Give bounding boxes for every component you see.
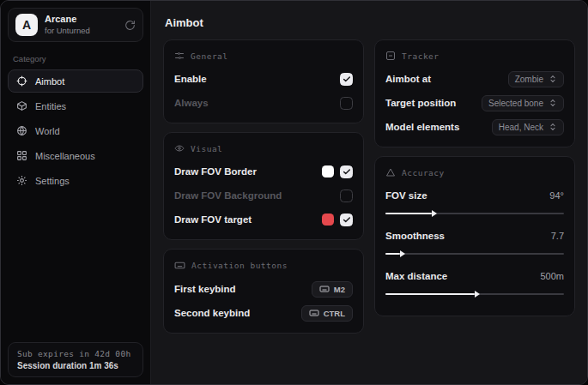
model-elements-dropdown[interactable]: Head, Neck xyxy=(492,119,564,135)
dropdown-value: Zombie xyxy=(515,75,543,84)
sidebar: A Arcane for Unturned Category Aimbot En… xyxy=(1,1,151,384)
triangle-icon xyxy=(385,167,396,177)
dropdown-value: Head, Neck xyxy=(499,123,543,132)
keyboard-icon xyxy=(309,308,319,318)
app-logo: A xyxy=(15,14,38,36)
setting-row-max-distance: Max distance 500m xyxy=(385,267,564,298)
section-title: Visual xyxy=(191,144,222,153)
setting-row-always: Always xyxy=(174,93,353,112)
section-title: General xyxy=(191,51,228,61)
setting-label: Max distance xyxy=(385,271,447,281)
setting-label: FOV size xyxy=(385,190,427,201)
arcane-window: A Arcane for Unturned Category Aimbot En… xyxy=(0,0,588,385)
setting-label: Second keybind xyxy=(174,308,250,318)
fov-size-value: 94° xyxy=(549,190,564,201)
fov-border-checkbox[interactable] xyxy=(340,165,353,178)
setting-row-fov-border: Draw FOV Border xyxy=(174,162,353,181)
setting-row-target-position: Target position Selected bone xyxy=(385,93,564,112)
keybind-value: M2 xyxy=(334,285,345,294)
sidebar-item-entities[interactable]: Entities xyxy=(8,94,143,117)
enable-checkbox[interactable] xyxy=(340,73,353,86)
tracker-card: Tracker Aimbot at Zombie Target position… xyxy=(374,39,575,147)
page-title: Aimbot xyxy=(165,16,575,29)
general-card: General Enable Always xyxy=(163,39,364,123)
max-distance-value: 500m xyxy=(540,271,564,281)
setting-row-smoothness: Smoothness 7.7 xyxy=(385,226,564,258)
setting-row-fov-size: FOV size 94° xyxy=(385,186,564,218)
sidebar-item-label: Entities xyxy=(35,101,66,111)
setting-label: Enable xyxy=(174,74,207,84)
right-column: Tracker Aimbot at Zombie Target position… xyxy=(374,39,575,316)
sub-expires-text: Sub expires in 42d 00h xyxy=(17,349,134,358)
chevrons-up-down-icon xyxy=(549,123,557,131)
setting-label: Target position xyxy=(385,98,456,108)
max-distance-slider[interactable] xyxy=(385,290,564,298)
setting-row-fov-target: Draw FOV target xyxy=(174,210,353,229)
fov-background-checkbox[interactable] xyxy=(340,189,353,202)
section-title: Activation buttons xyxy=(191,261,288,270)
setting-row-aimbot-at: Aimbot at Zombie xyxy=(385,69,564,88)
fov-size-slider[interactable] xyxy=(385,209,564,218)
sidebar-item-label: Settings xyxy=(35,176,70,186)
app-name: Arcane xyxy=(45,14,118,26)
slider-thumb[interactable] xyxy=(385,293,475,296)
sidebar-item-label: Aimbot xyxy=(35,76,64,87)
activation-card: Activation buttons First keybind M2 Seco… xyxy=(163,249,364,334)
dropdown-value: Selected bone xyxy=(488,99,543,108)
setting-row-first-keybind: First keybind M2 xyxy=(174,280,353,298)
chevrons-up-down-icon xyxy=(549,75,557,83)
sidebar-item-aimbot[interactable]: Aimbot xyxy=(8,69,143,93)
accuracy-card: Accuracy FOV size 94° xyxy=(374,156,575,316)
second-keybind-button[interactable]: CTRL xyxy=(301,305,353,322)
setting-label: Draw FOV Background xyxy=(174,190,282,201)
gear-icon xyxy=(16,175,27,186)
eye-icon xyxy=(174,143,185,153)
first-keybind-button[interactable]: M2 xyxy=(312,281,353,298)
crosshair-icon xyxy=(16,75,27,87)
globe-icon xyxy=(16,125,27,136)
slider-thumb[interactable] xyxy=(385,213,432,215)
category-label: Category xyxy=(13,54,143,63)
setting-label: First keybind xyxy=(174,284,236,294)
target-position-dropdown[interactable]: Selected bone xyxy=(482,95,564,111)
setting-row-fov-background: Draw FOV Background xyxy=(174,186,353,205)
check-icon xyxy=(342,167,351,176)
chevrons-up-down-icon xyxy=(549,99,557,107)
app-meta: Arcane for Unturned xyxy=(45,14,118,36)
fov-target-color-swatch[interactable] xyxy=(322,214,334,226)
fov-border-color-swatch[interactable] xyxy=(322,165,334,177)
check-icon xyxy=(342,215,351,224)
keyboard-icon xyxy=(319,284,330,294)
sidebar-item-label: Miscellaneous xyxy=(35,151,95,161)
grid-icon xyxy=(16,150,27,161)
smoothness-slider[interactable] xyxy=(385,250,564,258)
app-header: A Arcane for Unturned xyxy=(8,8,143,42)
setting-label: Draw FOV Border xyxy=(174,166,257,177)
always-checkbox[interactable] xyxy=(340,97,353,110)
sliders-icon xyxy=(174,51,185,61)
smoothness-value: 7.7 xyxy=(551,231,564,241)
left-column: General Enable Always xyxy=(163,39,364,334)
sidebar-item-miscellaneous[interactable]: Miscellaneous xyxy=(8,144,143,167)
slider-thumb[interactable] xyxy=(385,253,400,256)
subscription-info: Sub expires in 42d 00h Session duration … xyxy=(8,342,143,377)
setting-label: Aimbot at xyxy=(385,74,431,84)
slider-track xyxy=(385,253,564,256)
sidebar-item-world[interactable]: World xyxy=(8,119,143,142)
setting-label: Always xyxy=(174,98,209,108)
setting-label: Smoothness xyxy=(385,231,445,241)
entities-icon xyxy=(16,100,27,111)
sidebar-nav: Aimbot Entities World Miscellaneous Sett… xyxy=(8,69,143,192)
setting-row-model-elements: Model elements Head, Neck xyxy=(385,117,564,136)
app-logo-letter: A xyxy=(22,18,31,32)
setting-label: Model elements xyxy=(385,122,459,132)
check-icon xyxy=(342,75,351,83)
fov-target-checkbox[interactable] xyxy=(340,214,353,226)
keyboard-icon xyxy=(174,260,185,271)
keybind-value: CTRL xyxy=(324,309,345,318)
square-dash-icon xyxy=(385,51,396,61)
sidebar-item-settings[interactable]: Settings xyxy=(8,169,143,192)
section-title: Tracker xyxy=(402,51,439,61)
refresh-icon[interactable] xyxy=(124,20,136,31)
aimbot-at-dropdown[interactable]: Zombie xyxy=(508,71,564,87)
